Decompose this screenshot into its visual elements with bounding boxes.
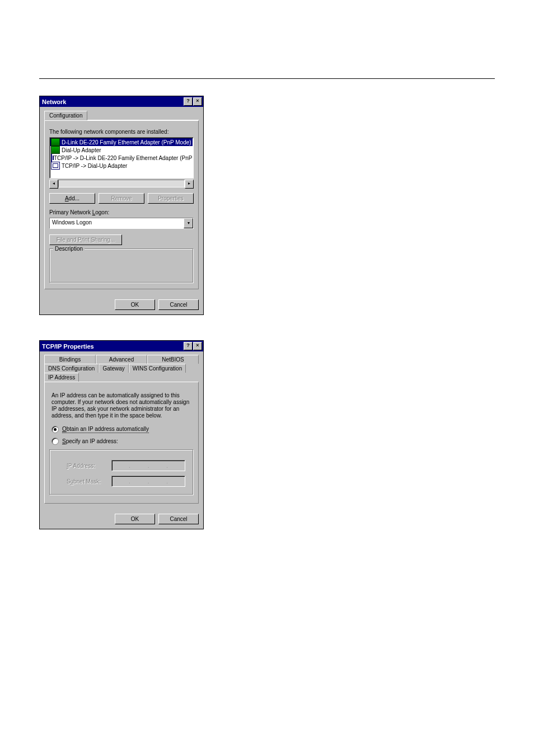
help-icon[interactable]: ? [184, 342, 193, 350]
tab-dns[interactable]: DNS Configuration [44, 364, 99, 373]
primary-logon-value: Windows Logon [50, 218, 184, 228]
scroll-right-icon[interactable]: ▸ [185, 180, 194, 189]
protocol-icon [51, 162, 60, 170]
tab-bindings[interactable]: Bindings [44, 355, 96, 364]
protocol-icon [51, 154, 52, 162]
radio-specify[interactable]: Specify an IP address: [51, 438, 191, 445]
list-item[interactable]: Dial-Up Adapter [50, 146, 193, 154]
subnet-mask-field: ... [111, 476, 185, 487]
cancel-button[interactable]: Cancel [158, 514, 199, 524]
properties-button: Properties [148, 193, 194, 204]
list-item[interactable]: TCP/IP -> Dial-Up Adapter [50, 162, 193, 170]
remove-button: Remove [99, 193, 144, 204]
network-dialog: Network ? × Configuration The following … [39, 96, 204, 315]
radio-obtain-auto[interactable]: Obtain an IP address automatically [51, 426, 191, 433]
description-label: Description [53, 246, 85, 252]
network-titlebar: Network ? × [40, 96, 203, 107]
tab-gateway[interactable]: Gateway [99, 364, 128, 373]
nic-icon [51, 138, 60, 146]
add-button[interactable]: Add... [49, 193, 95, 204]
components-listbox[interactable]: D-Link DE-220 Family Ethernet Adapter (P… [49, 137, 194, 179]
tab-configuration[interactable]: Configuration [44, 111, 87, 120]
cancel-button[interactable]: Cancel [158, 299, 199, 310]
chevron-down-icon[interactable]: ▾ [184, 218, 193, 228]
tcpip-titlebar: TCP/IP Properties ? × [40, 341, 203, 351]
subnet-mask-label: Subnet Mask: [67, 478, 106, 485]
primary-logon-label: Primary Network Logon: [49, 209, 194, 215]
page-rule [39, 78, 495, 79]
close-icon[interactable]: × [193, 97, 202, 106]
ok-button[interactable]: OK [115, 514, 155, 524]
list-item[interactable]: D-Link DE-220 Family Ethernet Adapter (P… [50, 138, 193, 146]
list-item-label: TCP/IP -> D-Link DE-220 Family Ethernet … [54, 155, 194, 161]
tcpip-dialog: TCP/IP Properties ? × Bindings Advanced … [39, 340, 204, 529]
tcpip-title: TCP/IP Properties [42, 343, 94, 350]
tab-wins[interactable]: WINS Configuration [129, 364, 186, 373]
nic-icon [51, 146, 60, 154]
horizontal-scrollbar[interactable]: ◂ ▸ [49, 180, 194, 187]
network-title: Network [42, 98, 66, 105]
file-print-sharing-button: File and Print Sharing... [49, 234, 122, 245]
ip-address-label: IP Address: [67, 463, 106, 469]
help-icon[interactable]: ? [184, 97, 193, 106]
close-icon[interactable]: × [193, 342, 202, 350]
list-item-label: D-Link DE-220 Family Ethernet Adapter (P… [62, 139, 191, 145]
ip-help-text: An IP address can be automatically assig… [51, 392, 191, 419]
scroll-left-icon[interactable]: ◂ [49, 180, 58, 189]
installed-components-label: The following network components are ins… [49, 129, 194, 135]
primary-logon-combo[interactable]: Windows Logon ▾ [49, 218, 194, 229]
list-item[interactable]: TCP/IP -> D-Link DE-220 Family Ethernet … [50, 154, 193, 162]
list-item-label: Dial-Up Adapter [62, 147, 101, 153]
tab-netbios[interactable]: NetBIOS [147, 355, 199, 364]
scroll-track[interactable] [58, 180, 185, 187]
list-item-label: TCP/IP -> Dial-Up Adapter [62, 163, 127, 169]
radio-icon [51, 438, 59, 445]
tab-ipaddress[interactable]: IP Address [44, 373, 79, 382]
ok-button[interactable]: OK [115, 299, 155, 310]
tab-advanced[interactable]: Advanced [96, 355, 147, 364]
ip-address-field: ... [111, 460, 185, 471]
radio-icon [51, 426, 59, 433]
